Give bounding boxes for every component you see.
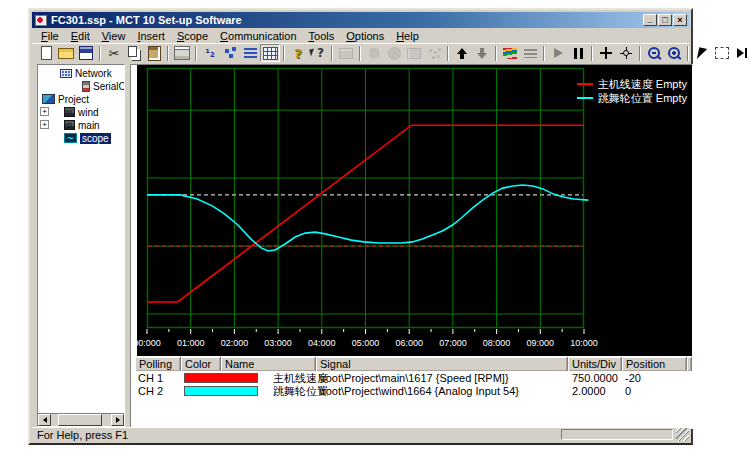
scope-chart-canvas[interactable]: 00:00001:00002:00003:00004:00005:00006:0… [147, 68, 592, 356]
grid-view-button[interactable] [260, 44, 280, 62]
menu-options[interactable]: Options [340, 29, 390, 43]
scroll-left-button[interactable] [38, 414, 51, 426]
connect-drive-icon [337, 45, 355, 61]
menu-insert[interactable]: Insert [131, 29, 171, 43]
cut-button[interactable] [104, 44, 124, 62]
menu-help[interactable]: Help [390, 29, 425, 43]
tree-item-label: scope [80, 133, 111, 144]
pause-button[interactable] [568, 44, 588, 62]
tree-item-network[interactable]: Network [38, 66, 124, 79]
grid-view-icon [261, 45, 279, 61]
table-row-ch1[interactable]: CH 1 主机线速度 \root\Project\main\1617 {Spee… [135, 372, 691, 385]
legend-line-ch1 [577, 83, 593, 85]
header-position[interactable]: Position [622, 357, 687, 371]
save-button[interactable] [76, 44, 96, 62]
crosshair-icon [597, 45, 615, 61]
cell-units-div: 750.0000 [572, 372, 618, 385]
expand-icon[interactable] [40, 107, 49, 116]
legend-label: 主机线速度 Empty [598, 77, 687, 92]
scope-pane: 00:00001:00002:00003:00004:00005:00006:0… [130, 64, 693, 429]
tree-item-label: main [78, 120, 100, 131]
parameters-button[interactable] [200, 44, 220, 62]
menu-tools[interactable]: Tools [303, 29, 341, 43]
tree-item-main[interactable]: main [38, 118, 124, 131]
context-help-button[interactable] [308, 44, 328, 62]
legend-item-ch1: 主机线速度 Empty [577, 77, 687, 91]
project-icon [42, 94, 55, 104]
open-button[interactable] [56, 44, 76, 62]
menu-edit[interactable]: Edit [65, 29, 96, 43]
scrollbar-thumb[interactable] [58, 414, 102, 426]
open-icon [57, 45, 75, 61]
minimize-icon: _ [647, 15, 652, 24]
select-cursor-button[interactable] [692, 44, 712, 62]
menu-view[interactable]: View [96, 29, 132, 43]
header-color[interactable]: Color [181, 357, 221, 371]
connect-drive-button [336, 44, 356, 62]
cell-color-swatch [184, 373, 258, 383]
toolbar-separator [99, 46, 101, 61]
track-cursor-icon [617, 45, 635, 61]
help-button[interactable] [288, 44, 308, 62]
close-button[interactable]: × [673, 14, 687, 26]
print-icon [173, 45, 191, 61]
crosshair-button[interactable] [596, 44, 616, 62]
move-up-icon [453, 45, 471, 61]
legend: 主机线速度 Empty 跳舞轮位置 Empty [577, 77, 687, 105]
marquee-button[interactable] [712, 44, 732, 62]
minimize-button[interactable]: _ [643, 14, 657, 26]
tree-item-scope[interactable]: scope [38, 131, 124, 144]
header-signal[interactable]: Signal [316, 357, 568, 371]
header-polling[interactable]: Polling [135, 357, 181, 371]
menu-file[interactable]: File [35, 29, 65, 43]
legend-label: 跳舞轮位置 Empty [598, 91, 687, 106]
play-button [548, 44, 568, 62]
network-icon [60, 69, 72, 78]
move-up-button[interactable] [452, 44, 472, 62]
cut-icon [105, 45, 123, 61]
context-help-icon [309, 45, 327, 61]
zoom-in-button[interactable] [664, 44, 684, 62]
cell-signal: \root\Project\wind\1664 {Analog Input 54… [319, 385, 519, 398]
header-units-div[interactable]: Units/Div [568, 357, 622, 371]
zoom-in-icon [665, 45, 683, 61]
paste-button[interactable] [144, 44, 164, 62]
parameters-icon [201, 45, 219, 61]
scope-lines-button[interactable] [520, 44, 540, 62]
cell-polling: CH 1 [138, 372, 163, 385]
scope-curves-button[interactable] [500, 44, 520, 62]
x-tick-label: 06:000 [395, 338, 423, 348]
header-name[interactable]: Name [221, 357, 316, 371]
menu-communication[interactable]: Communication [214, 29, 302, 43]
zoom-out-button[interactable] [644, 44, 664, 62]
network-nodes-button[interactable] [220, 44, 240, 62]
list-view-button[interactable] [240, 44, 260, 62]
resize-grip[interactable] [676, 428, 689, 441]
x-tick-label: 09:000 [527, 338, 555, 348]
tree-item-label: Network [75, 68, 112, 79]
go-to-end-button[interactable] [732, 44, 751, 62]
titlebar[interactable]: FC301.ssp - MCT 10 Set-up Software _ □ × [32, 12, 689, 28]
app-window: FC301.ssp - MCT 10 Set-up Software _ □ ×… [28, 8, 693, 445]
scope-view[interactable]: 00:00001:00002:00003:00004:00005:00006:0… [137, 65, 693, 356]
tree-item-project[interactable]: Project [38, 92, 124, 105]
maximize-button[interactable]: □ [658, 14, 672, 26]
table-row-ch2[interactable]: CH 2 跳舞轮位置 \root\Project\wind\1664 {Anal… [135, 385, 691, 398]
read-drive-button [424, 44, 444, 62]
zoom-out-icon [645, 45, 663, 61]
menu-scope[interactable]: Scope [171, 29, 214, 43]
print-button[interactable] [172, 44, 192, 62]
tree-item-wind[interactable]: wind [38, 105, 124, 118]
track-cursor-button[interactable] [616, 44, 636, 62]
toolbar-separator [447, 46, 449, 61]
new-button[interactable] [36, 44, 56, 62]
x-tick-label: 02:000 [221, 338, 249, 348]
copy-button[interactable] [124, 44, 144, 62]
tree-horizontal-scrollbar[interactable] [38, 413, 124, 426]
expand-icon[interactable] [40, 120, 49, 129]
record-icon [385, 45, 403, 61]
tree-item-label: SerialCom [93, 81, 124, 92]
scroll-right-button[interactable] [111, 414, 124, 426]
cell-position: -20 [625, 372, 641, 385]
tree-item-serialcom[interactable]: SerialCom [38, 79, 124, 92]
